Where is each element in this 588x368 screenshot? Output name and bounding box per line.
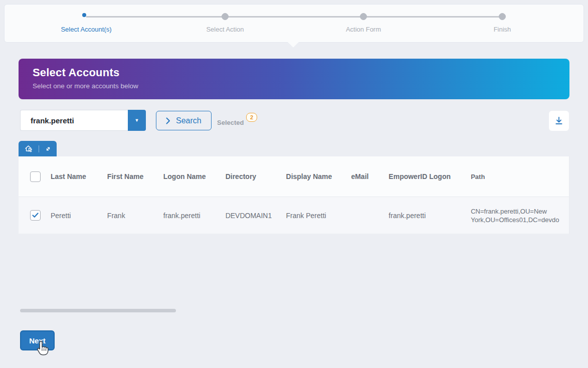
cell-empowerid-logon: frank.peretti bbox=[388, 212, 471, 220]
next-button[interactable]: Next bbox=[20, 330, 55, 350]
column-header-email[interactable]: eMail bbox=[351, 172, 388, 180]
cell-logon-name: frank.peretti bbox=[163, 212, 226, 220]
step-label-select-accounts: Select Account(s) bbox=[41, 26, 131, 33]
column-header-last-name[interactable]: Last Name bbox=[51, 172, 107, 180]
cell-first-name: Frank bbox=[107, 212, 163, 220]
step-label-action-form: Action Form bbox=[318, 26, 409, 33]
step-dot-select-accounts[interactable] bbox=[82, 13, 86, 17]
wizard-page: Select Account(s) Select Action Action F… bbox=[0, 0, 588, 368]
search-input[interactable] bbox=[20, 110, 128, 131]
column-header-directory[interactable]: Directory bbox=[226, 172, 286, 180]
cell-directory: DEVDOMAIN1 bbox=[226, 212, 286, 220]
search-button-label: Search bbox=[176, 116, 202, 125]
column-header-display-name[interactable]: Display Name bbox=[286, 172, 351, 180]
chevron-down-icon: ▼ bbox=[135, 118, 139, 123]
download-button[interactable] bbox=[549, 111, 569, 131]
select-all-checkbox[interactable] bbox=[30, 171, 41, 182]
chevron-right-icon bbox=[166, 117, 170, 124]
table-header-row: Last Name First Name Logon Name Director… bbox=[19, 156, 569, 197]
wizard-stepper: Select Account(s) Select Action Action F… bbox=[4, 4, 584, 43]
row-select-cell bbox=[19, 210, 51, 221]
checkmark-icon bbox=[32, 213, 39, 218]
cell-last-name: Peretti bbox=[51, 212, 107, 220]
expand-icon[interactable] bbox=[45, 145, 52, 152]
step-dot-action-form bbox=[360, 13, 367, 20]
selected-count-label: Selected bbox=[217, 119, 244, 126]
table-row[interactable]: Peretti Frank frank.peretti DEVDOMAIN1 F… bbox=[19, 197, 569, 234]
page-header-banner: Select Accounts Select one or more accou… bbox=[19, 59, 569, 99]
step-dot-select-action bbox=[222, 13, 229, 20]
column-header-first-name[interactable]: First Name bbox=[107, 172, 163, 180]
select-all-cell bbox=[19, 171, 51, 182]
step-label-select-action: Select Action bbox=[180, 26, 270, 33]
pointer-select-icon[interactable] bbox=[24, 144, 34, 153]
search-button[interactable]: Search bbox=[156, 111, 212, 130]
column-header-empowerid-logon[interactable]: EmpowerID Logon bbox=[388, 172, 471, 180]
cell-display-name: Frank Peretti bbox=[286, 212, 351, 220]
accounts-table: Last Name First Name Logon Name Director… bbox=[19, 156, 569, 234]
row-checkbox-checked[interactable] bbox=[30, 210, 41, 221]
cell-path: CN=frank.peretti,OU=New York,OU=Offices0… bbox=[471, 207, 569, 224]
column-header-path[interactable]: Path bbox=[471, 172, 569, 181]
horizontal-scrollbar-thumb[interactable] bbox=[20, 309, 176, 312]
page-title: Select Accounts bbox=[33, 66, 555, 79]
search-dropdown-button[interactable]: ▼ bbox=[128, 110, 146, 131]
step-label-finish: Finish bbox=[457, 26, 547, 33]
stepper-connector-line bbox=[86, 16, 502, 18]
toolbar-divider bbox=[39, 145, 39, 152]
search-group: ▼ bbox=[20, 110, 146, 131]
page-subtitle: Select one or more accounts below bbox=[33, 82, 555, 90]
grid-toolbar bbox=[19, 141, 57, 156]
selected-count-badge: 2 bbox=[246, 113, 257, 122]
download-icon bbox=[554, 116, 563, 125]
step-dot-finish bbox=[499, 13, 506, 20]
column-header-logon-name[interactable]: Logon Name bbox=[163, 172, 226, 180]
